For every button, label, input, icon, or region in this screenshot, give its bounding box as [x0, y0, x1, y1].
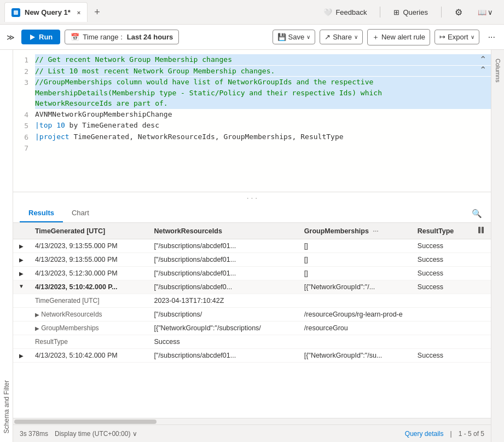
tab-close-button[interactable]: ×: [77, 9, 80, 16]
expand-cell[interactable]: ▶: [13, 253, 30, 267]
expand-button[interactable]: 📖 ∨: [476, 6, 495, 19]
expand-cell[interactable]: ▶: [13, 267, 30, 280]
cell-group: [{"NetworkGroupId":"/su...: [299, 349, 412, 363]
new-alert-label: New alert rule: [381, 33, 425, 41]
share-icon: ↗: [325, 33, 331, 41]
col-header-network[interactable]: NetworkResourceIds: [148, 223, 298, 239]
cell-time: 4/13/2023, 5:10:42.000 P...: [30, 280, 149, 294]
table-row[interactable]: ▶ 4/13/2023, 9:13:55.000 PM ["/subscript…: [13, 239, 491, 253]
cell-network: ["/subscriptions/abcdef01...: [148, 239, 298, 253]
more-options-button[interactable]: ···: [484, 30, 500, 44]
export-icon: ↦: [439, 33, 445, 41]
share-button[interactable]: ↗ Share ∨: [320, 30, 363, 44]
cell-result: Success: [412, 267, 472, 280]
line-number-6: 6: [13, 131, 35, 143]
expand-cell[interactable]: ▶: [13, 349, 30, 363]
status-bar: 3s 378ms Display time (UTC+00:00) ∨ Quer…: [13, 424, 491, 442]
line-number-4: 4: [13, 109, 35, 120]
sub-extra: [299, 294, 472, 308]
col-header-time[interactable]: TimeGenerated [UTC]: [30, 223, 149, 239]
scroll-thumb[interactable]: [14, 420, 157, 424]
code-editor[interactable]: 1 // Get recent Network Group Membership…: [13, 50, 491, 192]
cell-network: ["/subscriptions/abcdef01...: [148, 349, 298, 363]
table-row[interactable]: ▶ 4/13/2023, 5:12:30.000 PM ["/subscript…: [13, 267, 491, 280]
expand-cell[interactable]: ▼: [13, 280, 30, 294]
save-label: Save: [288, 33, 305, 41]
collapse-code-button[interactable]: ⌃⌃: [479, 54, 486, 75]
queries-icon: ⊞: [393, 8, 399, 16]
results-table-container[interactable]: TimeGenerated [UTC] NetworkResourceIds G…: [13, 223, 491, 418]
code-content-1: // Get recent Network Group Membership c…: [35, 54, 491, 65]
cell-time: 4/13/2023, 5:12:30.000 PM: [30, 267, 149, 280]
col-header-group[interactable]: GroupMemberships ···: [299, 223, 412, 239]
collapse-sidebar-button[interactable]: ≫: [4, 31, 17, 44]
toolbar: ≫ Run 📅 Time range : Last 24 hours 💾 Sav…: [0, 25, 504, 50]
save-button[interactable]: 💾 Save ∨: [273, 30, 316, 44]
main-area: Schema and Filter 1 // Get recent Networ…: [0, 50, 504, 442]
export-button[interactable]: ↦ Export ∨: [435, 30, 479, 44]
query-tab[interactable]: New Query 1* ×: [4, 2, 88, 22]
sub-value: 2023-04-13T17:10:42Z: [148, 294, 298, 308]
new-alert-button[interactable]: ＋ New alert rule: [367, 29, 430, 45]
table-row-expanded[interactable]: ▼ 4/13/2023, 5:10:42.000 P... ["/subscri…: [13, 280, 491, 294]
run-label: Run: [39, 33, 53, 41]
share-chevron-icon: ∨: [354, 34, 358, 40]
sub-expand-icon[interactable]: ▶: [35, 312, 39, 318]
table-row[interactable]: ▶ 4/13/2023, 9:13:55.000 PM ["/subscript…: [13, 253, 491, 267]
col-menu-icon[interactable]: ···: [373, 227, 378, 235]
expand-chevron-icon[interactable]: ▶: [19, 257, 24, 263]
expand-chevron-icon[interactable]: ▶: [19, 353, 24, 359]
sub-expand-icon[interactable]: ▶: [35, 325, 39, 331]
export-chevron-icon: ∨: [471, 34, 474, 40]
save-icon: 💾: [277, 33, 286, 41]
right-sidebar[interactable]: Columns: [491, 50, 504, 442]
sub-extra: /resourceGrou: [299, 322, 472, 335]
display-time-label: Display time (UTC+00:00): [55, 430, 130, 438]
sub-indent: [13, 322, 30, 335]
line-number-3: 3: [13, 77, 35, 88]
code-content-2: // List 10 most recent Network Group Mem…: [35, 66, 491, 77]
schema-filter-label: Schema and Filter: [3, 380, 10, 433]
sub-label: ResultType: [30, 335, 149, 349]
expand-chevron-icon[interactable]: ▶: [19, 243, 24, 249]
tab-chart[interactable]: Chart: [63, 204, 98, 222]
columns-label: Columns: [495, 59, 501, 82]
table-sub-row: ▶ GroupMemberships [{"NetworkGroupId":"/…: [13, 322, 491, 335]
code-dots: · · ·: [13, 192, 491, 204]
cell-time: 4/13/2023, 9:13:55.000 PM: [30, 253, 149, 267]
columns-toggle-header[interactable]: [472, 223, 491, 239]
code-line-3: 3 //GroupMemberships column would have l…: [13, 77, 491, 109]
query-details-button[interactable]: Query details: [405, 430, 444, 438]
tab-results[interactable]: Results: [20, 204, 63, 222]
tab-icon: [11, 8, 20, 17]
display-time-chevron: ∨: [132, 430, 137, 438]
cell-network: ["/subscriptions/abcdef01...: [148, 253, 298, 267]
feedback-button[interactable]: 🤍 Feedback: [319, 6, 371, 19]
cell-result: Success: [412, 280, 472, 294]
settings-button[interactable]: ⚙: [450, 5, 467, 20]
table-row[interactable]: ▶ 4/13/2023, 5:10:42.000 PM ["/subscript…: [13, 349, 491, 363]
horizontal-scrollbar[interactable]: [13, 418, 491, 424]
expand-chevron-icon[interactable]: ▶: [19, 271, 24, 277]
cell-result: Success: [412, 349, 472, 363]
sub-label: TimeGenerated [UTC]: [30, 294, 149, 308]
new-tab-button[interactable]: +: [90, 7, 105, 18]
line-number-7: 7: [13, 142, 35, 154]
alert-icon: ＋: [372, 32, 379, 42]
queries-button[interactable]: ⊞ Queries: [389, 6, 432, 19]
table-body: ▶ 4/13/2023, 9:13:55.000 PM ["/subscript…: [13, 239, 491, 363]
search-icon[interactable]: 🔍: [470, 206, 484, 221]
left-sidebar[interactable]: Schema and Filter: [0, 50, 13, 442]
col-header-result[interactable]: ResultType: [412, 223, 472, 239]
table-header-row: TimeGenerated [UTC] NetworkResourceIds G…: [13, 223, 491, 239]
tab-bar: New Query 1* × + 🤍 Feedback ⊞ Queries ⚙ …: [0, 0, 504, 25]
code-content-5: |top 10 by TimeGenerated desc: [35, 120, 491, 131]
table-sub-row: TimeGenerated [UTC] 2023-04-13T17:10:42Z: [13, 294, 491, 308]
calendar-icon: 📅: [71, 33, 79, 41]
time-range-button[interactable]: 📅 Time range : Last 24 hours: [65, 30, 179, 44]
expand-cell[interactable]: ▶: [13, 239, 30, 253]
run-button[interactable]: Run: [21, 30, 60, 44]
cell-time: 4/13/2023, 9:13:55.000 PM: [30, 239, 149, 253]
queries-label: Queries: [403, 8, 428, 16]
divider2: [441, 7, 442, 18]
